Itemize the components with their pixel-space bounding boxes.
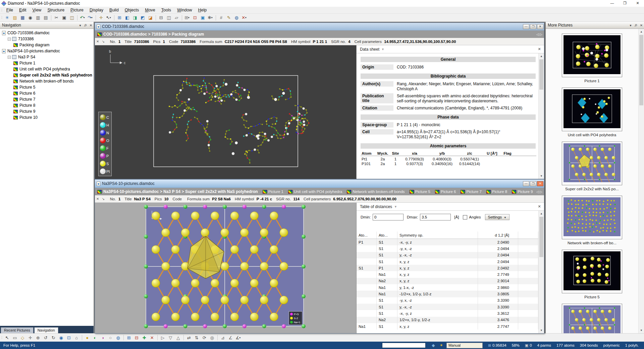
scroll-left-icon[interactable]: ◁ <box>536 33 540 36</box>
scrollbar-thumb[interactable] <box>539 217 543 257</box>
dropdown-arrow-icon[interactable]: ▼ <box>239 337 241 339</box>
picture-tab-picture-5[interactable]: Picture 5 <box>410 190 430 194</box>
coordination-icon[interactable]: ◑ <box>99 334 106 341</box>
child-minimize-button[interactable]: — <box>523 24 529 29</box>
picture-tab-network-with-broken-off-bonds[interactable]: Network with broken-off bonds <box>347 190 405 194</box>
copy-icon[interactable]: ▣ <box>61 14 68 21</box>
grow-icon[interactable]: ✚ <box>141 334 148 341</box>
nav-item-picture-1[interactable]: Picture 1 <box>0 60 94 66</box>
mode-dropdown[interactable]: Manual <box>446 343 483 348</box>
menu-window[interactable]: Window <box>174 7 195 13</box>
distances-scrollbar[interactable]: ▲ ▼ <box>538 211 544 333</box>
menu-move[interactable]: Move <box>142 7 158 13</box>
scrollbar-thumb[interactable] <box>539 59 543 90</box>
menu-picture[interactable]: Picture <box>67 7 87 13</box>
print-icon[interactable]: ▤ <box>42 14 49 21</box>
thumbnail-network-with-broken-off-bo[interactable]: Network with broken-off bo... <box>546 196 638 245</box>
dropdown-arrow-icon[interactable]: ▼ <box>91 16 93 19</box>
close-info-icon[interactable]: ✕ <box>95 40 100 43</box>
angles-checkbox[interactable] <box>463 215 467 219</box>
chevron-down-icon[interactable]: ▼ <box>394 205 397 208</box>
distance-row[interactable]: Na1x, y, z2.7749 <box>357 271 538 278</box>
video-sequence-icon[interactable]: ▣ <box>199 14 206 21</box>
nav-item-na3ps4-10-pictures-diamdoc[interactable]: ◆Na3PS4-10-pictures.diamdoc <box>0 48 94 54</box>
redo-icon[interactable]: ↷▼ <box>87 14 94 21</box>
nav-item-picture-10[interactable]: Picture 10 <box>0 114 94 120</box>
menu-file[interactable]: File <box>3 7 16 13</box>
dropdown-arrow-icon[interactable]: ▼ <box>211 16 213 19</box>
move-icon[interactable]: ✛ <box>27 334 34 341</box>
scroll-right-icon[interactable]: ▷ <box>540 190 542 194</box>
table-mode-icon[interactable]: ⊞▼ <box>184 14 191 21</box>
perspective-icon[interactable]: ◎ <box>209 334 216 341</box>
tools-icon[interactable]: ✕▼ <box>241 14 248 21</box>
distance-row[interactable]: S1x, y, z2.0494 <box>357 258 538 265</box>
menu-edit[interactable]: Edit <box>16 7 30 13</box>
reset-view-icon[interactable]: ⌂ <box>73 334 80 341</box>
picture-tab-unit-cell-with-po4-polyhedra[interactable]: Unit cell with PO4 polyhedra <box>288 190 342 194</box>
rotate-left-icon[interactable]: ↺ <box>42 334 49 341</box>
print-preview-icon[interactable]: ▥ <box>35 14 42 21</box>
pin-icon[interactable]: ⚲ <box>83 23 88 27</box>
child-restore-button[interactable]: ❐ <box>530 181 536 186</box>
picture-tab-picture-7[interactable]: Picture 7 <box>461 190 481 194</box>
undo-icon[interactable]: ↶▼ <box>79 14 86 21</box>
auto-build-icon[interactable]: ◆↓ <box>430 343 436 348</box>
scroll-up-icon[interactable]: ▲ <box>639 29 644 35</box>
scroll-down-icon[interactable]: ▼ <box>539 173 544 179</box>
up-icon[interactable]: △ <box>175 334 182 341</box>
na3ps4-window-titlebar[interactable]: ◆ Na3PS4-10-pictures.diamdoc — ❐ ✕ <box>95 180 544 188</box>
pointer-icon[interactable]: ↖▼ <box>105 14 112 21</box>
tab-navigation[interactable]: Navigation <box>34 327 58 333</box>
distance-row[interactable]: S1y, -x, -z3.3390 <box>357 304 538 310</box>
view-data-brief-icon[interactable]: ◨ <box>131 14 139 21</box>
nav-item-picture-8[interactable]: Picture 8 <box>0 102 94 108</box>
nav-item-picture-6[interactable]: Picture 6 <box>0 90 94 96</box>
child-restore-button[interactable]: ❐ <box>530 24 536 29</box>
dropdown-arrow-icon[interactable]: ▼ <box>109 16 111 19</box>
scroll-down-icon[interactable]: ▼ <box>639 328 644 333</box>
rotate-right-icon[interactable]: ↻ <box>50 334 57 341</box>
distance-row[interactable]: S1-y, x, -z3.3390 <box>357 297 538 304</box>
view-table-icon[interactable]: ◪ <box>147 14 154 21</box>
picture-tab-picture-6[interactable]: Picture 6 <box>435 190 456 194</box>
pan-icon[interactable]: ✛ <box>98 14 105 21</box>
close-panel-icon[interactable]: ✕ <box>88 23 94 27</box>
distance-row[interactable]: Na1y, 1-x, -z2.9860 <box>357 284 538 291</box>
pan-view-icon[interactable]: ⇄ <box>185 334 193 341</box>
menu-help[interactable]: Help <box>195 7 210 13</box>
dropdown-arrow-icon[interactable]: ▼ <box>245 16 247 19</box>
new-document-icon[interactable]: ✳ <box>4 14 11 21</box>
restore-button[interactable]: ❐ <box>619 0 631 7</box>
play-icon[interactable]: ▷ <box>159 334 166 341</box>
distance-row[interactable]: S1-y, x, -z2.0494 <box>357 245 538 252</box>
view-picture-icon[interactable]: ◧ <box>124 14 131 21</box>
picture-settings-icon[interactable]: ✱▼ <box>207 14 214 21</box>
nav-item-cod-7103386-diamdoc[interactable]: ◆COD-7103386.diamdoc <box>0 30 94 36</box>
cascade-windows-icon[interactable]: ▱ <box>173 14 180 21</box>
view-data-sheet-icon[interactable]: ◩ <box>139 14 146 21</box>
zoom-icon[interactable]: ◉ <box>58 334 65 341</box>
nav-item-na3-p-s4[interactable]: −Na3 P S4 <box>0 54 94 60</box>
paste-icon[interactable]: ◫ <box>68 14 75 21</box>
child-close-button[interactable]: ✕ <box>537 181 543 186</box>
distance-row[interactable]: P1S1-x, -y, z2.0490 <box>357 239 538 245</box>
destroy-icon[interactable]: ✕ <box>149 334 156 341</box>
sphere-style-icon[interactable]: ○ <box>107 334 114 341</box>
menu-view[interactable]: View <box>29 7 44 13</box>
update-icon[interactable]: ✶ <box>438 343 444 348</box>
thumbnail-picture-1[interactable]: Picture 1 <box>546 34 638 83</box>
close-info-icon[interactable]: ✕ <box>95 197 100 201</box>
tree-expander[interactable]: − <box>8 56 11 59</box>
broken-bonds-icon[interactable]: ⊟ <box>133 334 140 341</box>
thumbnail-super-cell-2x2x2-with-nas-po[interactable]: Super cell 2x2x2 with NaS po... <box>546 142 638 191</box>
new-picture-icon[interactable]: ⊡ <box>192 14 199 21</box>
web-icon[interactable]: ◍ <box>233 14 240 21</box>
open-document-icon[interactable]: ▨ <box>11 14 18 21</box>
thumbnail-unit-cell-with-po4-polyhedra[interactable]: Unit cell with PO4 polyhedra <box>546 88 638 137</box>
child-close-button[interactable]: ✕ <box>537 24 543 29</box>
scroll-right-icon[interactable]: ▷ <box>540 33 542 36</box>
minimize-button[interactable]: — <box>606 0 619 7</box>
cod-window-titlebar[interactable]: ◆ COD-7103386.diamdoc — ❐ ✕ <box>95 23 544 31</box>
data-sheet-scrollbar[interactable]: ▲ ▼ <box>538 53 544 179</box>
